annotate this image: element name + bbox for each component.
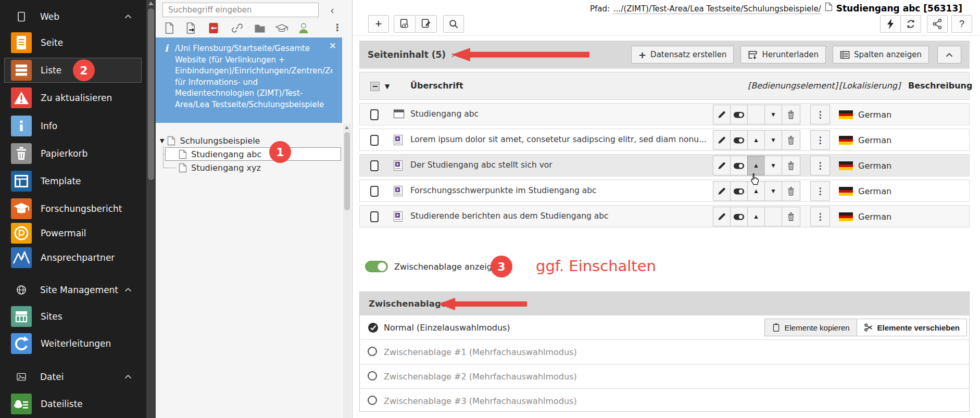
section-title[interactable]: Seiteninhalt (5): [368, 49, 446, 60]
tree-node-studiengang-abc[interactable]: Studiengang abc: [179, 148, 261, 161]
chevron-up-icon[interactable]: [124, 287, 132, 292]
download-button[interactable]: Herunterladen: [740, 46, 826, 64]
clipboard-toggle-label[interactable]: Zwischenablage anzeigen: [394, 262, 502, 272]
sidebar-item-info[interactable]: Info: [4, 113, 142, 138]
edit-button[interactable]: [713, 130, 731, 150]
folder-icon[interactable]: [253, 21, 267, 35]
sidebar-section-web[interactable]: Web: [0, 8, 146, 26]
sidebar-item-ansprechpartner[interactable]: Ansprechpartner: [4, 245, 142, 270]
paste-page-icon[interactable]: [184, 21, 198, 35]
delete-button[interactable]: [782, 105, 800, 124]
sidebar-section-site-management[interactable]: Site Management: [0, 281, 146, 299]
move-elements-button[interactable]: Elemente verschieben: [857, 319, 967, 336]
hide-toggle-button[interactable]: [730, 156, 748, 175]
move-up-button[interactable]: ▲: [747, 207, 765, 226]
clipboard-toggle[interactable]: [365, 261, 388, 272]
record-title[interactable]: Forschungsschwerpunkte im Studiengang ab…: [410, 186, 597, 195]
more-actions-button[interactable]: ⋮: [810, 156, 830, 175]
record-title[interactable]: Studiengang abc: [410, 109, 479, 119]
tree-scrollbar[interactable]: [343, 124, 351, 418]
clipboard-mode-label[interactable]: Zwischenablage #1 (Mehrfachauswahlmodus): [384, 347, 577, 357]
sidebar-item-template[interactable]: Template: [4, 169, 142, 194]
record-title[interactable]: Der Studiengang abc stellt sich vor: [410, 160, 552, 170]
scroll-up-icon[interactable]: [345, 126, 349, 129]
row-checkbox[interactable]: [370, 186, 379, 197]
move-down-button[interactable]: ▼: [764, 130, 782, 150]
select-all-checkbox[interactable]: [370, 82, 380, 91]
radio-icon[interactable]: [368, 347, 377, 356]
refresh-button[interactable]: [900, 15, 921, 33]
close-icon[interactable]: ✕: [329, 41, 336, 51]
path-link[interactable]: .../(ZIMT)/Test-Area/Lea Testseite/Schul…: [613, 4, 821, 14]
clipboard-mode-label[interactable]: Normal (Einzelauswahlmodus): [384, 323, 510, 333]
sidebar-item-seite[interactable]: Seite: [4, 30, 142, 55]
radio-icon[interactable]: [368, 396, 377, 405]
sidebar-item-weiterleitungen[interactable]: Weiterleitungen: [4, 331, 142, 356]
sidebar-item-sites[interactable]: Sites: [4, 304, 142, 329]
tree-search-input[interactable]: [162, 3, 319, 17]
move-down-button[interactable]: ▼: [764, 105, 782, 124]
chevron-up-icon[interactable]: [124, 374, 132, 379]
tree-more-icon[interactable]: ⋮: [333, 22, 342, 33]
move-up-button[interactable]: ▲: [747, 130, 765, 150]
row-checkbox[interactable]: [370, 160, 379, 171]
clipboard-mode-label[interactable]: Zwischenablage #2 (Mehrfachauswahlmodus): [384, 372, 577, 382]
sidebar-item-zu-aktualisieren[interactable]: Zu aktualisieren: [4, 85, 142, 110]
hide-toggle-button[interactable]: [730, 130, 748, 150]
cache-button[interactable]: [880, 15, 901, 33]
clipboard-mode-1[interactable]: Zwischenablage #1 (Mehrfachauswahlmodus): [360, 339, 969, 364]
record-title[interactable]: Studierende berichten aus dem Studiengan…: [410, 211, 609, 221]
record-title[interactable]: Lorem ipsum dolor sit amet, consetetur s…: [410, 135, 707, 144]
radio-icon[interactable]: [368, 371, 377, 381]
more-actions-button[interactable]: ⋮: [810, 207, 830, 226]
scrollbar-thumb[interactable]: [148, 8, 154, 180]
user-icon[interactable]: [296, 21, 311, 35]
tree-node-label[interactable]: Schulungsbeispiele: [180, 136, 260, 146]
scroll-up-icon[interactable]: [148, 2, 154, 5]
edit-button[interactable]: [713, 156, 731, 175]
edit-page-button[interactable]: [415, 15, 437, 33]
clipboard-mode-normal[interactable]: Normal (Einzelauswahlmodus) Elemente kop…: [360, 315, 969, 339]
clipboard-mode-3[interactable]: Zwischenablage #3 (Mehrfachauswahlmodus): [360, 388, 969, 413]
share-button[interactable]: [927, 15, 948, 33]
move-down-button[interactable]: ▼: [764, 181, 782, 201]
help-button[interactable]: ?: [951, 15, 972, 33]
more-actions-button[interactable]: ⋮: [810, 181, 830, 201]
more-actions-button[interactable]: ⋮: [810, 130, 830, 150]
row-checkbox[interactable]: [370, 135, 379, 146]
view-page-button[interactable]: [394, 15, 416, 33]
sidebar-item-dateiliste[interactable]: Dateiliste: [4, 391, 142, 416]
delete-button[interactable]: [782, 207, 800, 226]
delete-button[interactable]: [782, 181, 800, 201]
tree-node-label[interactable]: Studiengang abc: [191, 149, 261, 159]
new-page-icon[interactable]: [162, 21, 177, 35]
hide-toggle-button[interactable]: [730, 181, 748, 201]
create-record-button[interactable]: + Datensatz erstellen: [631, 46, 734, 64]
link-icon[interactable]: [230, 21, 244, 35]
move-down-button[interactable]: ▼: [764, 156, 782, 175]
hide-toggle-button[interactable]: [730, 207, 748, 226]
sidebar-item-powermail[interactable]: Powermail: [4, 221, 142, 246]
edit-button[interactable]: [713, 181, 731, 201]
expand-caret-icon[interactable]: ▼: [160, 137, 164, 144]
delete-button[interactable]: [782, 156, 800, 175]
sidebar-item-papierkorb[interactable]: Papierkorb: [4, 141, 142, 166]
scrollbar-thumb[interactable]: [344, 132, 350, 210]
show-columns-button[interactable]: Spalten anzeigen: [833, 46, 929, 64]
edit-button[interactable]: [713, 207, 731, 226]
tree-node-root[interactable]: ▼ Schulungsbeispiele: [160, 134, 260, 147]
row-checkbox[interactable]: [370, 109, 379, 120]
copy-elements-button[interactable]: Elemente kopieren: [764, 319, 857, 336]
grad-cap-outline-icon[interactable]: [274, 21, 289, 35]
edit-button[interactable]: [713, 105, 731, 124]
tree-node-label[interactable]: Studiengang xyz: [191, 163, 261, 173]
hide-toggle-button[interactable]: [730, 105, 748, 124]
clipboard-mode-label[interactable]: Zwischenablage #3 (Mehrfachauswahlmodus): [384, 396, 577, 406]
collapse-tree-button[interactable]: ‹: [324, 3, 340, 17]
check-circle-icon[interactable]: [368, 322, 379, 333]
new-record-button[interactable]: +: [368, 15, 389, 33]
sidebar-section-datei[interactable]: Datei: [0, 368, 146, 386]
delete-button[interactable]: [782, 130, 800, 150]
collapse-section-button[interactable]: [937, 46, 961, 64]
clipboard-mode-2[interactable]: Zwischenablage #2 (Mehrfachauswahlmodus): [360, 364, 969, 388]
